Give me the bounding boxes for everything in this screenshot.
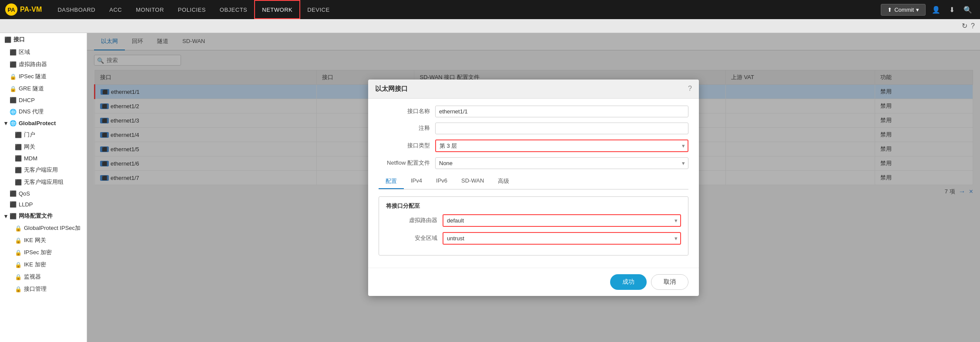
inner-tab-sdwan[interactable]: SD-WAN [454, 174, 491, 189]
form-row-name: 接口名称 [379, 106, 688, 117]
sidebar-item-clientless-app[interactable]: ⬛ 无客户端应用 [0, 164, 87, 176]
sidebar-item-gateway[interactable]: ⬛ 网关 [0, 141, 87, 153]
lock-icon: 🔒 [15, 225, 22, 232]
dns-icon: 🌐 [10, 109, 17, 115]
commit-icon: ⬆ [887, 7, 892, 13]
ike-gw-icon: 🔒 [15, 237, 22, 244]
vrouter-label: 虚拟路由器 [386, 216, 443, 224]
sidebar-item-qos[interactable]: ⬛ QoS [0, 188, 87, 199]
sidebar-item-iface-mgmt[interactable]: 🔒 接口管理 [0, 283, 87, 295]
modal-footer: 成功 取消 [368, 268, 699, 296]
type-label: 接口类型 [379, 142, 435, 149]
sidebar-item-ipsec[interactable]: 🔒 IPSec 隧道 [0, 70, 87, 83]
commit-button[interactable]: ⬆ Commit ▾ [881, 4, 926, 16]
user-icon[interactable]: 👤 [929, 4, 943, 16]
nav-policies[interactable]: POLICIES [171, 0, 213, 19]
netflow-select[interactable]: None [435, 157, 688, 169]
assign-section: 将接口分配至 虚拟路由器 default 无 ▾ [379, 196, 688, 256]
section-title: 将接口分配至 [386, 202, 681, 210]
portal-icon: ⬛ [15, 132, 22, 138]
sidebar-item-gp-ipsec[interactable]: 🔒 GlobalProtect IPSec加 [0, 222, 87, 234]
netflow-label: Netflow 配置文件 [379, 159, 435, 167]
sidebar-item-portal[interactable]: ⬛ 门户 [0, 129, 87, 141]
interface-type-select[interactable]: 第 3 层 第 2 层 虚拟线路 TAP HA 解密镜像 无 [435, 139, 688, 152]
interface-name-input[interactable] [435, 106, 688, 117]
ike-crypto-icon: 🔒 [15, 262, 22, 268]
inner-tab-ipv6[interactable]: IPv6 [429, 174, 454, 189]
nav-objects[interactable]: OBJECTS [213, 0, 254, 19]
zone-select[interactable]: untrust trust 无 [443, 232, 681, 245]
commit-dropdown-icon: ▾ [916, 7, 919, 13]
inner-tab-advanced[interactable]: 高级 [491, 174, 516, 189]
vrouter-select[interactable]: default 无 [443, 214, 681, 227]
modal-header: 以太网接口 ? [368, 80, 699, 99]
top-navigation: PA PA-VM DASHBOARD ACC MONITOR POLICIES … [0, 0, 980, 19]
sidebar-item-clientless-app-group[interactable]: ⬛ 无客户端应用组 [0, 176, 87, 188]
form-row-netflow: Netflow 配置文件 None ▾ [379, 157, 688, 169]
app-logo: PA PA-VM [5, 3, 42, 16]
form-row-type: 接口类型 第 3 层 第 2 层 虚拟线路 TAP HA 解密镜像 无 [379, 139, 688, 152]
main-layout: ⬛ 接口 ⬛ 区域 ⬛ 虚拟路由器 🔒 IPSec 隧道 🔒 GRE 隧道 ⬛ … [0, 33, 980, 342]
help-icon[interactable]: ? [971, 22, 975, 30]
monitor-icon: 🔒 [15, 274, 22, 280]
comment-input[interactable] [435, 123, 688, 134]
form-row-comment: 注释 [379, 123, 688, 134]
sidebar-item-ipsec-crypto[interactable]: 🔒 IPSec 加密 [0, 246, 87, 259]
download-icon[interactable]: ⬇ [946, 4, 957, 16]
nav-dashboard[interactable]: DASHBOARD [50, 0, 102, 19]
sidebar-item-vrouter[interactable]: ⬛ 虚拟路由器 [0, 58, 87, 70]
inner-tabs: 配置 IPv4 IPv6 SD-WAN 高级 [379, 174, 688, 189]
comment-label: 注释 [379, 124, 435, 132]
toolbar: ↻ ? [0, 19, 980, 33]
clientless-app-icon: ⬛ [15, 167, 22, 173]
inner-tab-config[interactable]: 配置 [379, 174, 404, 189]
sidebar-item-gre[interactable]: 🔒 GRE 隧道 [0, 83, 87, 95]
form-row-zone: 安全区域 untrust trust 无 ▾ [386, 232, 681, 245]
sidebar-item-ike-gw[interactable]: 🔒 IKE 网关 [0, 234, 87, 246]
clientless-app-group-icon: ⬛ [15, 179, 22, 186]
nav-device[interactable]: DEVICE [300, 0, 336, 19]
sidebar-item-lldp[interactable]: ⬛ LLDP [0, 199, 87, 210]
nav-monitor[interactable]: MONITOR [129, 0, 171, 19]
gateway-icon: ⬛ [15, 144, 22, 150]
sidebar-globalprotect-header[interactable]: ▾ 🌐 GlobalProtect [0, 118, 87, 129]
sidebar: ⬛ 接口 ⬛ 区域 ⬛ 虚拟路由器 🔒 IPSec 隧道 🔒 GRE 隧道 ⬛ … [0, 33, 87, 342]
dhcp-icon: ⬛ [10, 97, 17, 103]
modal-title: 以太网接口 [375, 85, 408, 93]
search-icon[interactable]: 🔍 [961, 4, 975, 16]
nav-acc[interactable]: ACC [102, 0, 129, 19]
sidebar-network-profiles-header[interactable]: ▾ ⬛ 网络配置文件 [0, 210, 87, 222]
vrouter-icon: ⬛ [10, 61, 17, 68]
lldp-icon: ⬛ [10, 201, 17, 208]
name-label: 接口名称 [379, 107, 435, 115]
sidebar-item-zone[interactable]: ⬛ 区域 [0, 46, 87, 58]
np-icon: ⬛ [10, 213, 17, 219]
sidebar-section-interfaces[interactable]: ⬛ 接口 [0, 33, 87, 46]
app-name: PA-VM [20, 6, 42, 13]
type-select-wrap: 第 3 层 第 2 层 虚拟线路 TAP HA 解密镜像 无 ▾ [435, 139, 688, 152]
inner-tab-ipv4[interactable]: IPv4 [404, 174, 429, 189]
sidebar-item-monitor[interactable]: 🔒 监视器 [0, 271, 87, 283]
iface-mgmt-icon: 🔒 [15, 286, 22, 292]
sidebar-item-dhcp[interactable]: ⬛ DHCP [0, 95, 87, 106]
gp-expand-icon: ▾ [4, 120, 7, 126]
ok-button[interactable]: 成功 [610, 274, 647, 290]
refresh-icon[interactable]: ↻ [962, 22, 967, 30]
modal-help-icon[interactable]: ? [688, 85, 692, 93]
sidebar-item-ike-crypto[interactable]: 🔒 IKE 加密 [0, 259, 87, 271]
logo-icon: PA [5, 3, 17, 16]
zone-icon: ⬛ [10, 49, 17, 56]
content-area: 以太网 回环 隧道 SD-WAN 🔍 接口 接口 SD-WAN 接口 配置文件 … [87, 33, 980, 342]
mdm-icon: ⬛ [15, 155, 22, 162]
zone-select-wrap: untrust trust 无 ▾ [443, 232, 681, 245]
modal-overlay: 以太网接口 ? 接口名称 注释 [87, 33, 980, 342]
nav-network[interactable]: NETWORK [254, 0, 300, 19]
np-expand-icon: ▾ [4, 213, 7, 219]
topnav-right: ⬆ Commit ▾ 👤 ⬇ 🔍 [881, 4, 975, 16]
zone-label: 安全区域 [386, 234, 443, 242]
ipsec-icon: 🔒 [10, 73, 17, 80]
cancel-button[interactable]: 取消 [651, 274, 688, 290]
sidebar-item-mdm[interactable]: ⬛ MDM [0, 153, 87, 164]
sidebar-item-dns[interactable]: 🌐 DNS 代理 [0, 106, 87, 118]
ethernet-interface-modal: 以太网接口 ? 接口名称 注释 [368, 80, 699, 296]
